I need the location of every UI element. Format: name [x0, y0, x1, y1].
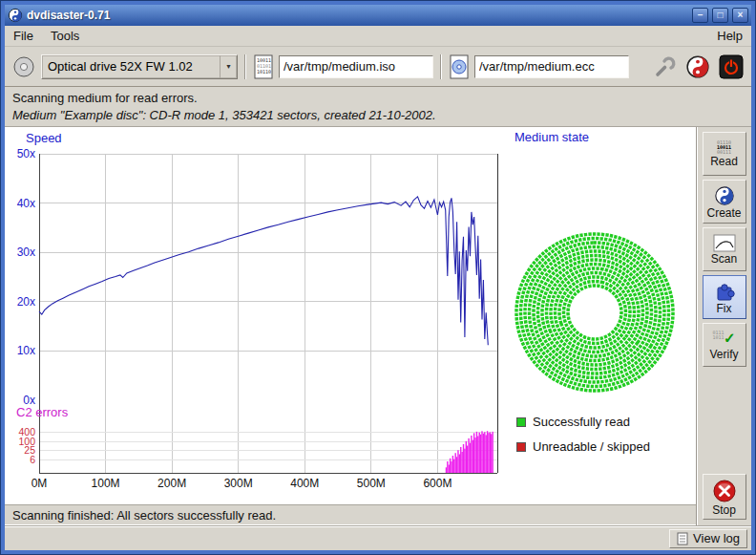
- toolbar-separator: [244, 54, 246, 79]
- content: 0M100M200M300M400M500M600M0x10x20x30x40x…: [5, 127, 751, 525]
- menubar: File Tools Help: [5, 26, 751, 47]
- app-icon: [8, 8, 23, 23]
- puzzle-piece-icon: [714, 281, 735, 302]
- red-square-icon: [516, 442, 526, 452]
- svg-text:600M: 600M: [423, 477, 452, 490]
- ecc-path-input[interactable]: [474, 55, 629, 78]
- view-log-button[interactable]: View log: [669, 529, 747, 548]
- status-area: Scanning medium for read errors. Medium …: [5, 87, 751, 127]
- svg-text:40x: 40x: [17, 197, 35, 210]
- svg-text:6: 6: [30, 454, 35, 465]
- create-button[interactable]: Create: [703, 180, 746, 224]
- menu-tools[interactable]: Tools: [42, 27, 88, 45]
- toolbar-separator: [440, 54, 442, 79]
- chevron-down-icon[interactable]: ▼: [220, 55, 237, 78]
- svg-text:100M: 100M: [92, 477, 120, 490]
- fix-button[interactable]: Fix: [703, 275, 746, 319]
- toolbar-right-group: [652, 54, 744, 79]
- iso-path-input[interactable]: [279, 55, 433, 78]
- svg-text:C2 errors: C2 errors: [16, 405, 69, 419]
- drive-icon: [12, 55, 35, 78]
- maximize-button[interactable]: □: [712, 8, 728, 23]
- svg-text:50x: 50x: [17, 147, 35, 160]
- quit-power-icon[interactable]: [719, 54, 744, 79]
- menu-file[interactable]: File: [5, 27, 42, 45]
- yin-yang-icon: [714, 185, 735, 206]
- status-line-1: Scanning medium for read errors.: [12, 90, 744, 107]
- svg-text:30x: 30x: [17, 245, 35, 259]
- svg-text:300M: 300M: [224, 477, 253, 490]
- app-window: dvdisaster-0.71 – □ × File Tools Help Op…: [0, 0, 756, 555]
- toolbar: Optical drive 52X FW 1.02 ▼ 10011 01101 …: [5, 47, 751, 87]
- main-column: 0M100M200M300M400M500M600M0x10x20x30x40x…: [5, 127, 696, 525]
- image-file-icon: 10011 01101 10110: [253, 54, 274, 79]
- svg-text:400M: 400M: [290, 477, 319, 490]
- svg-text:20x: 20x: [17, 295, 35, 309]
- action-sidebar: 01110 10011 00111 Read Create: [696, 127, 751, 525]
- drive-select-value: Optical drive 52X FW 1.02: [42, 59, 220, 74]
- stop-button[interactable]: Stop: [703, 474, 746, 520]
- window-title: dvdisaster-0.71: [27, 9, 688, 22]
- legend-label-success: Successfully read: [533, 415, 630, 429]
- view-log-label: View log: [693, 531, 740, 545]
- green-square-icon: [516, 417, 526, 427]
- svg-text:0M: 0M: [32, 477, 48, 490]
- legend-item-success: Successfully read: [516, 415, 630, 429]
- medium-state-label: Medium state: [514, 130, 589, 144]
- scan-result-statusbar: Scanning finished: All sectors successfu…: [5, 504, 696, 525]
- binary-icon: 01110 10011 00111: [717, 140, 731, 155]
- svg-text:200M: 200M: [158, 477, 186, 490]
- legend-item-unreadable: Unreadable / skipped: [516, 439, 650, 454]
- svg-text:Speed: Speed: [26, 131, 62, 145]
- legend-label-unreadable: Unreadable / skipped: [533, 439, 650, 454]
- svg-text:500M: 500M: [357, 477, 386, 490]
- ecc-file-icon: [449, 54, 470, 79]
- log-page-icon: [677, 532, 688, 545]
- verify-button[interactable]: 0111 1011 ✓ Verify: [703, 323, 746, 367]
- medium-info-line: Medium "Example disc": CD-R mode 1, 3534…: [12, 107, 744, 124]
- svg-text:10x: 10x: [17, 344, 35, 357]
- preferences-wrench-icon[interactable]: [652, 54, 677, 79]
- help-icon[interactable]: [685, 54, 710, 79]
- scan-button[interactable]: Scan: [703, 227, 746, 271]
- svg-text:10110: 10110: [257, 69, 271, 75]
- minimize-button[interactable]: –: [692, 8, 708, 23]
- verify-check-icon: 0111 1011 ✓: [713, 331, 736, 348]
- close-button[interactable]: ×: [732, 8, 748, 23]
- drive-select[interactable]: Optical drive 52X FW 1.02 ▼: [41, 54, 238, 79]
- bottom-bar: View log: [5, 525, 751, 550]
- stop-x-icon: [712, 479, 737, 503]
- scan-chart-region: 0M100M200M300M400M500M600M0x10x20x30x40x…: [5, 127, 696, 504]
- titlebar[interactable]: dvdisaster-0.71 – □ ×: [5, 5, 751, 26]
- chart-curve-icon: [713, 234, 736, 252]
- menu-help[interactable]: Help: [708, 27, 751, 45]
- read-button[interactable]: 01110 10011 00111 Read: [703, 132, 746, 176]
